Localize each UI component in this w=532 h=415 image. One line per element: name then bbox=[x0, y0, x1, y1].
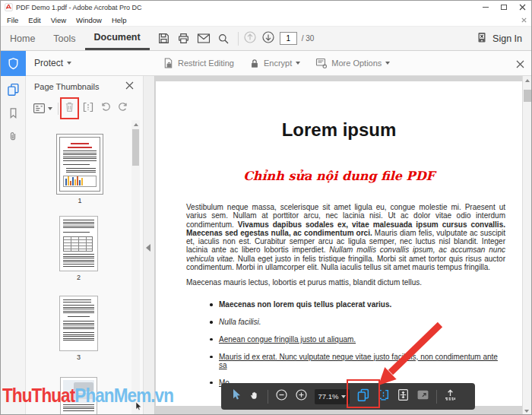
thumbnail-page-number: 3 bbox=[59, 353, 98, 361]
minimize-icon[interactable] bbox=[477, 1, 495, 14]
page-navigation: / 30 bbox=[243, 27, 315, 50]
scroll-down-icon[interactable] bbox=[524, 410, 529, 413]
tab-home[interactable]: Home bbox=[1, 27, 44, 50]
encrypt-button[interactable]: Encrypt bbox=[249, 58, 300, 69]
menu-help[interactable]: Help bbox=[112, 16, 127, 24]
attachments-tab-icon[interactable] bbox=[8, 130, 18, 145]
thumbnail-page-2[interactable]: 2 bbox=[59, 216, 98, 281]
bullet-item: Aenean congue fringilla justo ut aliquam… bbox=[210, 335, 505, 344]
scroll-up-icon[interactable] bbox=[134, 123, 138, 126]
thumbnails-toolbar bbox=[26, 97, 143, 120]
tab-document[interactable]: Document bbox=[85, 27, 150, 50]
share-icon[interactable] bbox=[444, 388, 457, 404]
toolbar-separator bbox=[238, 32, 239, 46]
page-thumbnails-tab-icon[interactable] bbox=[7, 83, 20, 100]
pdf-page: Lorem ipsum Chỉnh sửa nội dung file PDF … bbox=[156, 81, 522, 406]
panel-close-icon[interactable] bbox=[125, 81, 134, 91]
zoom-level-dropdown[interactable]: 77.1% bbox=[315, 389, 350, 404]
thumbnail-page-1[interactable]: 1 bbox=[56, 134, 103, 204]
mobile-device-icon bbox=[477, 32, 487, 46]
page-thumbnails-toggle-icon[interactable] bbox=[356, 388, 370, 405]
watermark-blue-text: PhanMem.vn bbox=[74, 385, 173, 406]
fit-page-icon[interactable] bbox=[397, 388, 410, 404]
thumbnail-options-icon[interactable] bbox=[33, 103, 52, 114]
page-thumbnails-panel: Page Thumbnails bbox=[26, 76, 144, 415]
document-subtitle: Chỉnh sửa nội dung file PDF bbox=[156, 169, 522, 183]
tab-tools[interactable]: Tools bbox=[44, 27, 84, 50]
scrollbar-thumb[interactable] bbox=[524, 90, 531, 102]
more-options-button[interactable]: More Options bbox=[315, 57, 390, 69]
read-mode-icon[interactable] bbox=[416, 388, 429, 404]
toolbar-quick-icons bbox=[154, 27, 233, 50]
bookmarks-tab-icon[interactable] bbox=[8, 107, 19, 122]
close-icon[interactable] bbox=[513, 1, 531, 14]
bullet-list: Maecenas non lorem quis tellus placerat … bbox=[186, 300, 505, 387]
crop-pages-icon[interactable] bbox=[82, 101, 94, 116]
scroll-up-icon[interactable] bbox=[525, 79, 530, 82]
page-number-input[interactable] bbox=[280, 32, 297, 45]
window-controls bbox=[477, 1, 531, 14]
email-icon[interactable] bbox=[194, 29, 214, 49]
mouse-cursor-icon bbox=[135, 402, 142, 411]
lock-icon bbox=[249, 58, 260, 69]
protect-actions: Restrict Editing Encrypt More Options bbox=[163, 57, 390, 69]
panel-resize-divider[interactable] bbox=[144, 76, 155, 415]
zoom-out-icon[interactable] bbox=[275, 388, 288, 404]
acrobat-window: PDF Demo 1.pdf - Adobe Acrobat Pro DC Fi… bbox=[0, 0, 532, 415]
print-icon[interactable] bbox=[174, 29, 194, 49]
workspace: Page Thumbnails bbox=[1, 76, 531, 415]
sign-in-area: Sign In bbox=[477, 27, 522, 50]
page-lock-icon bbox=[163, 57, 174, 69]
protect-dropdown[interactable]: Protect bbox=[34, 58, 71, 68]
menu-window[interactable]: Window bbox=[76, 16, 102, 24]
caret-down-icon bbox=[67, 62, 71, 65]
scrollbar-thumb[interactable] bbox=[132, 129, 139, 166]
zoom-level-value: 77.1% bbox=[318, 392, 339, 401]
search-icon[interactable] bbox=[214, 29, 233, 49]
document-scrollbar[interactable] bbox=[522, 76, 531, 415]
collapse-panel-icon[interactable] bbox=[146, 244, 150, 252]
select-tool-icon[interactable] bbox=[231, 388, 242, 404]
bullet-item: Mauris id ex erat. Nunc vulputate neque … bbox=[210, 353, 505, 370]
previous-page-icon[interactable] bbox=[243, 30, 257, 46]
main-toolbar: Home Tools Document / 30 Sign In bbox=[1, 27, 531, 51]
document-title: Lorem ipsum bbox=[156, 119, 522, 141]
undo-rotate-icon[interactable] bbox=[100, 101, 112, 116]
fit-width-icon[interactable] bbox=[377, 388, 390, 404]
menubar-close-icon[interactable] bbox=[521, 16, 527, 24]
menu-view[interactable]: View bbox=[51, 16, 66, 24]
caret-down-icon bbox=[385, 62, 390, 65]
watermark: ThuThuatPhanMem.vn bbox=[2, 385, 173, 407]
maximize-icon[interactable] bbox=[495, 1, 513, 14]
panel-title: Page Thumbnails bbox=[34, 82, 99, 91]
delete-pages-icon[interactable] bbox=[64, 100, 75, 116]
caret-down-icon bbox=[341, 395, 346, 398]
thumbnail-page-number: 2 bbox=[59, 274, 98, 281]
restrict-editing-button[interactable]: Restrict Editing bbox=[163, 57, 234, 69]
hand-tool-icon[interactable] bbox=[249, 389, 261, 404]
menu-file[interactable]: File bbox=[7, 16, 18, 24]
save-icon[interactable] bbox=[154, 29, 174, 49]
caret-down-icon bbox=[296, 62, 300, 65]
watermark-red-text: ThuThuat bbox=[2, 385, 74, 406]
navigation-pane-strip bbox=[1, 76, 26, 415]
next-page-icon[interactable] bbox=[261, 30, 275, 46]
window-title: PDF Demo 1.pdf - Adobe Acrobat Pro DC bbox=[16, 4, 142, 11]
body-paragraph-2: Maecenas mauris lectus, lobortis et puru… bbox=[186, 278, 505, 287]
menu-edit[interactable]: Edit bbox=[28, 16, 40, 24]
body-paragraph-1: Vestibulum neque massa, scelerisque sit … bbox=[186, 203, 505, 271]
sign-in-button[interactable]: Sign In bbox=[492, 33, 522, 44]
thumbnail-page-3[interactable]: 3 bbox=[59, 296, 98, 361]
redo-rotate-icon[interactable] bbox=[117, 101, 128, 116]
menu-bar: File Edit View Window Help bbox=[1, 14, 531, 27]
thumbnails-scrollbar[interactable] bbox=[131, 120, 140, 415]
floating-toolbar: 77.1% bbox=[221, 383, 475, 410]
document-area: Lorem ipsum Chỉnh sửa nội dung file PDF … bbox=[155, 76, 531, 415]
protect-shield-icon[interactable] bbox=[1, 51, 26, 76]
thumbnail-page-number: 1 bbox=[56, 197, 103, 204]
bullet-item: Maecenas non lorem quis tellus placerat … bbox=[210, 300, 505, 309]
page-count-label: / 30 bbox=[302, 34, 315, 43]
zoom-in-icon[interactable] bbox=[295, 388, 308, 404]
protect-bar-close-icon[interactable] bbox=[516, 58, 524, 71]
options-window-icon bbox=[315, 57, 328, 69]
